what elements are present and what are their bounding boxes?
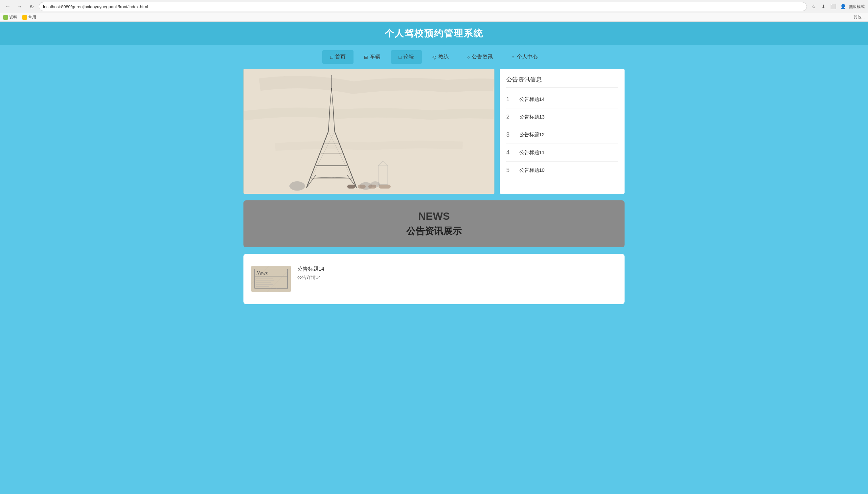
news-thumb-1: News: [251, 266, 291, 292]
slider-dots: [347, 185, 391, 189]
browser-actions: ☆ ⬇ ⬜ 👤 無痕模式: [810, 3, 865, 11]
ann-title-1: 公告标题14: [520, 96, 545, 102]
dot-3[interactable]: [368, 185, 376, 189]
profile-button[interactable]: 👤: [839, 3, 847, 11]
nav-item-news[interactable]: ○ 公告资讯: [459, 50, 501, 64]
nav-label-profile: 个人中心: [517, 54, 538, 60]
bookmark-label-2: 常用: [28, 15, 36, 20]
announcement-item-1[interactable]: 1 公告标题14: [506, 91, 618, 108]
site-title: 个人驾校预约管理系统: [0, 27, 868, 40]
ann-title-3: 公告标题12: [520, 132, 545, 138]
nav-item-forum[interactable]: □ 论坛: [391, 50, 422, 64]
window-button[interactable]: ⬜: [829, 3, 837, 11]
forward-button[interactable]: →: [15, 2, 24, 11]
nav-label-forum: 论坛: [403, 54, 414, 60]
news-section-header: NEWS 公告资讯展示: [243, 201, 625, 247]
nav-label-coach: 教练: [438, 54, 449, 60]
svg-rect-23: [254, 269, 287, 289]
news-content-1: 公告标题14 公告详情14: [297, 266, 617, 292]
announcements-title: 公告资讯信息: [506, 76, 618, 88]
ann-title-5: 公告标题10: [520, 167, 545, 173]
ann-title-2: 公告标题13: [520, 114, 545, 120]
main-content: 公告资讯信息 1 公告标题14 2 公告标题13 3 公告标题12 4 公告标题…: [237, 69, 631, 304]
news-zh-title: 公告资讯展示: [253, 225, 615, 238]
ann-number-4: 4: [506, 149, 514, 156]
other-bookmarks[interactable]: 其他...: [853, 15, 865, 20]
bookmark-item-2[interactable]: 常用: [22, 15, 36, 20]
bookmark-label: 资料: [9, 15, 17, 20]
bookmarks-bar: 资料 常用 其他...: [0, 13, 868, 22]
news-item-1[interactable]: News 公告标题14 公告详情14: [251, 262, 617, 296]
top-section: 公告资讯信息 1 公告标题14 2 公告标题13 3 公告标题12 4 公告标题…: [243, 69, 625, 194]
bookmark-icon-2: [22, 15, 27, 20]
site-header: 个人驾校预约管理系统: [0, 22, 868, 45]
back-button[interactable]: ←: [3, 2, 13, 11]
ann-number-3: 3: [506, 131, 514, 138]
dot-1[interactable]: [347, 185, 355, 189]
announcements-sidebar: 公告资讯信息 1 公告标题14 2 公告标题13 3 公告标题12 4 公告标题…: [500, 69, 625, 194]
ann-title-4: 公告标题11: [520, 149, 545, 156]
nav-item-vehicle[interactable]: ⊞ 车辆: [356, 50, 388, 64]
announcement-item-3[interactable]: 3 公告标题12: [506, 126, 618, 144]
download-button[interactable]: ⬇: [819, 3, 827, 11]
svg-rect-22: [251, 266, 291, 292]
news-thumb-svg: News: [251, 266, 291, 292]
address-bar[interactable]: [39, 2, 807, 11]
reload-button[interactable]: ↻: [27, 2, 36, 11]
browser-chrome: ← → ↻ ☆ ⬇ ⬜ 👤 無痕模式 资料 常用 其他...: [0, 0, 868, 22]
bookmark-icon-1: [3, 15, 8, 20]
forum-icon: □: [399, 55, 401, 60]
announcement-item-2[interactable]: 2 公告标题13: [506, 108, 618, 126]
nav-item-coach[interactable]: ◎ 教练: [424, 50, 457, 64]
page-wrapper: 个人驾校预约管理系统 □ 首页 ⊞ 车辆 □ 论坛 ◎ 教练 ○ 公告资讯 ♀ …: [0, 22, 868, 493]
svg-point-16: [289, 181, 305, 191]
nav-item-home[interactable]: □ 首页: [322, 50, 353, 64]
dot-2[interactable]: [358, 185, 366, 189]
news-item-title-1: 公告标题14: [297, 266, 617, 273]
incognito-label: 無痕模式: [849, 4, 865, 10]
announcement-item-5[interactable]: 5 公告标题10: [506, 162, 618, 179]
eiffel-svg: [243, 69, 494, 194]
dot-4[interactable]: [379, 185, 391, 189]
news-list: News 公告标题14 公告详情14: [243, 254, 625, 304]
star-button[interactable]: ☆: [810, 3, 817, 11]
ann-number-2: 2: [506, 114, 514, 120]
news-item-desc-1: 公告详情14: [297, 274, 617, 281]
browser-toolbar: ← → ↻ ☆ ⬇ ⬜ 👤 無痕模式: [0, 0, 868, 13]
vehicle-icon: ⊞: [364, 55, 368, 60]
profile-icon: ♀: [511, 55, 515, 60]
bookmark-item[interactable]: 资料: [3, 15, 17, 20]
slider-container[interactable]: [243, 69, 494, 194]
ann-number-1: 1: [506, 96, 514, 103]
slider-image: [243, 69, 494, 194]
nav-label-news: 公告资讯: [472, 54, 493, 60]
nav-item-profile[interactable]: ♀ 个人中心: [503, 50, 546, 64]
ann-number-5: 5: [506, 167, 514, 174]
nav-label-vehicle: 车辆: [370, 54, 380, 60]
nav-label-home: 首页: [335, 54, 346, 60]
home-icon: □: [330, 55, 333, 60]
coach-icon: ◎: [432, 55, 436, 60]
announcement-item-4[interactable]: 4 公告标题11: [506, 144, 618, 162]
news-icon: ○: [467, 55, 470, 60]
nav-bar: □ 首页 ⊞ 车辆 □ 论坛 ◎ 教练 ○ 公告资讯 ♀ 个人中心: [0, 45, 868, 69]
svg-text:News: News: [256, 270, 268, 276]
news-en-title: NEWS: [253, 210, 615, 222]
